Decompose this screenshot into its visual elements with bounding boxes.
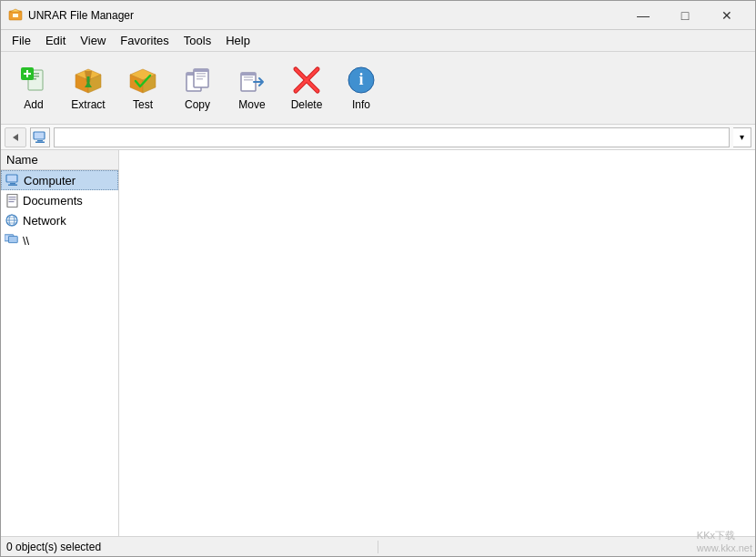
app-icon xyxy=(8,8,23,23)
menu-edit[interactable]: Edit xyxy=(38,32,73,49)
document-icon xyxy=(5,193,19,208)
menu-view[interactable]: View xyxy=(73,32,113,49)
copy-label: Copy xyxy=(185,98,210,111)
delete-button[interactable]: Delete xyxy=(281,56,332,120)
svg-rect-27 xyxy=(241,73,256,76)
column-header-name: Name xyxy=(1,150,118,170)
test-label: Test xyxy=(133,98,153,111)
menu-file[interactable]: File xyxy=(5,32,38,49)
unc-icon xyxy=(5,233,19,248)
svg-rect-22 xyxy=(194,69,208,72)
file-list: Computer Documents xyxy=(1,170,118,250)
window-controls: — □ ✕ xyxy=(622,1,748,30)
svg-rect-45 xyxy=(8,198,15,199)
right-panel[interactable] xyxy=(119,150,755,536)
add-icon xyxy=(19,66,48,95)
menu-favorites[interactable]: Favorites xyxy=(113,32,176,49)
title-bar: UNRAR File Manager — □ ✕ xyxy=(1,1,755,30)
svg-rect-46 xyxy=(8,201,14,202)
status-left: 0 object(s) selected xyxy=(6,541,378,553)
copy-icon xyxy=(183,66,212,95)
menu-tools[interactable]: Tools xyxy=(176,32,218,49)
svg-rect-44 xyxy=(8,197,15,197)
info-icon: i xyxy=(347,66,376,95)
list-item-documents[interactable]: Documents xyxy=(1,190,118,210)
add-button[interactable]: Add xyxy=(8,56,59,120)
svg-rect-53 xyxy=(8,237,17,243)
extract-button[interactable]: Extract xyxy=(63,56,114,120)
minimize-button[interactable]: — xyxy=(622,1,664,30)
menu-bar: File Edit View Favorites Tools Help xyxy=(1,30,755,52)
svg-rect-15 xyxy=(87,76,90,86)
delete-label: Delete xyxy=(291,98,323,111)
address-dropdown[interactable]: ▾ xyxy=(733,127,751,147)
move-label: Move xyxy=(238,98,265,111)
info-button[interactable]: i Info xyxy=(336,56,387,120)
svg-rect-28 xyxy=(244,76,253,78)
svg-rect-9 xyxy=(24,73,31,75)
network-icon xyxy=(5,213,19,228)
move-icon xyxy=(237,66,267,95)
svg-text:i: i xyxy=(358,70,363,88)
svg-rect-25 xyxy=(197,78,203,80)
main-area: Name Computer xyxy=(1,150,755,536)
add-label: Add xyxy=(24,98,43,111)
svg-rect-42 xyxy=(8,185,17,187)
svg-marker-1 xyxy=(10,9,21,12)
move-button[interactable]: Move xyxy=(227,56,277,120)
menu-help[interactable]: Help xyxy=(218,32,257,49)
list-item-network-label: Network xyxy=(23,214,66,228)
close-button[interactable]: ✕ xyxy=(706,1,748,30)
toolbar: Add Extract xyxy=(1,52,755,125)
extract-icon xyxy=(74,66,103,95)
maximize-button[interactable]: □ xyxy=(664,1,706,30)
svg-rect-39 xyxy=(35,141,45,143)
back-button[interactable] xyxy=(5,127,26,147)
test-icon xyxy=(128,66,157,95)
list-item-unc-label: \\ xyxy=(23,234,29,248)
watermark: KKx下载www.kkx.net xyxy=(697,529,752,553)
list-item-unc[interactable]: \\ xyxy=(1,230,118,250)
svg-marker-36 xyxy=(13,134,18,141)
svg-rect-43 xyxy=(7,194,17,207)
svg-rect-38 xyxy=(37,140,43,142)
window-title: UNRAR File Manager xyxy=(28,9,622,22)
svg-rect-24 xyxy=(197,76,206,77)
svg-rect-2 xyxy=(13,14,18,17)
list-item-computer-label: Computer xyxy=(24,174,76,187)
list-item-network[interactable]: Network xyxy=(1,210,118,230)
info-label: Info xyxy=(352,98,370,111)
address-bar: ▾ xyxy=(1,125,755,150)
test-button[interactable]: Test xyxy=(117,56,168,120)
list-item-computer[interactable]: Computer xyxy=(1,170,118,190)
left-panel: Name Computer xyxy=(1,150,119,536)
svg-rect-37 xyxy=(34,132,45,139)
computer-icon xyxy=(5,173,20,187)
svg-rect-23 xyxy=(197,73,206,75)
svg-rect-29 xyxy=(244,79,253,81)
svg-rect-41 xyxy=(10,183,15,185)
copy-button[interactable]: Copy xyxy=(172,56,223,120)
list-item-documents-label: Documents xyxy=(23,194,83,208)
address-computer-icon xyxy=(30,127,50,147)
status-bar: 0 object(s) selected xyxy=(1,536,755,556)
svg-rect-40 xyxy=(6,175,17,182)
delete-icon xyxy=(292,66,321,95)
extract-label: Extract xyxy=(71,98,105,111)
address-input[interactable] xyxy=(54,127,730,147)
